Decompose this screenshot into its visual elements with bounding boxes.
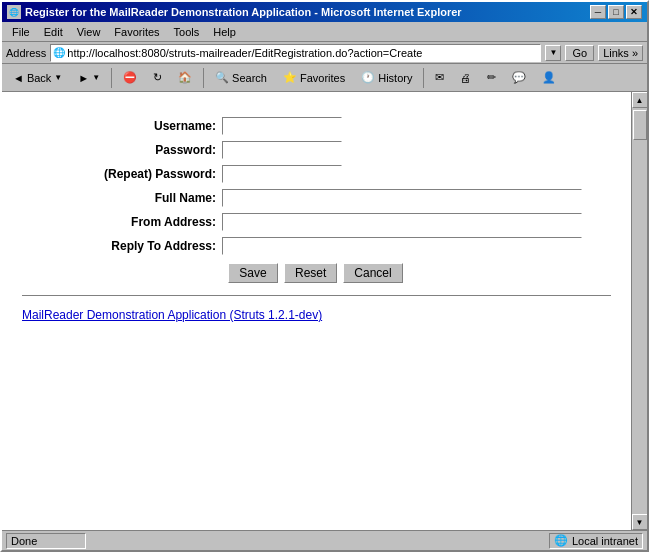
history-button[interactable]: 🕐 History [354,67,419,89]
from-address-input[interactable] [222,213,582,231]
content-area: Username: Password: (Repeat) Password: F… [2,92,647,530]
form-buttons: Save Reset Cancel [228,263,611,283]
search-icon: 🔍 [215,71,229,84]
scrollbar: ▲ ▼ [631,92,647,530]
menu-view[interactable]: View [71,24,107,40]
status-text: Done [6,533,86,549]
go-button[interactable]: Go [565,45,594,61]
toolbar-separator-1 [111,68,112,88]
address-dropdown[interactable]: ▼ [545,45,561,61]
maximize-button[interactable]: □ [608,5,624,19]
history-icon: 🕐 [361,71,375,84]
menu-edit[interactable]: Edit [38,24,69,40]
favorites-icon: ⭐ [283,71,297,84]
scroll-up-button[interactable]: ▲ [632,92,648,108]
menu-help[interactable]: Help [207,24,242,40]
links-button[interactable]: Links » [598,45,643,61]
page-icon: 🌐 [53,47,65,58]
fullname-label: Full Name: [82,191,222,205]
scroll-down-button[interactable]: ▼ [632,514,648,530]
toolbar-separator-2 [203,68,204,88]
from-address-row: From Address: [82,213,611,231]
main-content: Username: Password: (Repeat) Password: F… [2,92,631,530]
repeat-password-label: (Repeat) Password: [82,167,222,181]
window-icon: 🌐 [7,5,21,19]
minimize-button[interactable]: ─ [590,5,606,19]
forward-button[interactable]: ► ▼ [71,67,107,89]
reply-to-label: Reply To Address: [82,239,222,253]
stop-button[interactable]: ⛔ [116,67,144,89]
home-icon: 🏠 [178,71,192,84]
edit-button[interactable]: ✏ [480,67,503,89]
mail-button[interactable]: ✉ [428,67,451,89]
address-input-wrapper: 🌐 [50,44,541,62]
reset-button[interactable]: Reset [284,263,337,283]
repeat-password-row: (Repeat) Password: [82,165,611,183]
cancel-button[interactable]: Cancel [343,263,402,283]
forward-dropdown-icon: ▼ [92,73,100,82]
back-button[interactable]: ◄ Back ▼ [6,67,69,89]
username-label: Username: [82,119,222,133]
search-button[interactable]: 🔍 Search [208,67,274,89]
reply-to-row: Reply To Address: [82,237,611,255]
address-label: Address [6,47,46,59]
back-icon: ◄ [13,72,24,84]
zone-label: Local intranet [572,535,638,547]
status-bar: Done 🌐 Local intranet [2,530,647,550]
print-icon: 🖨 [460,72,471,84]
status-zone: 🌐 Local intranet [549,533,643,549]
scroll-thumb[interactable] [633,110,647,140]
fullname-row: Full Name: [82,189,611,207]
title-bar: 🌐 Register for the MailReader Demonstrat… [2,2,647,22]
toolbar-separator-3 [423,68,424,88]
address-input[interactable] [67,47,538,59]
close-button[interactable]: ✕ [626,5,642,19]
password-input[interactable] [222,141,342,159]
password-label: Password: [82,143,222,157]
menu-bar: File Edit View Favorites Tools Help [2,22,647,42]
username-input[interactable] [222,117,342,135]
refresh-icon: ↻ [153,71,162,84]
registration-form: Username: Password: (Repeat) Password: F… [82,117,611,283]
discuss-icon: 💬 [512,71,526,84]
messenger-icon: 👤 [542,71,556,84]
username-row: Username: [82,117,611,135]
password-row: Password: [82,141,611,159]
address-bar: Address 🌐 ▼ Go Links » [2,42,647,64]
save-button[interactable]: Save [228,263,278,283]
edit-icon: ✏ [487,71,496,84]
app-link[interactable]: MailReader Demonstration Application (St… [22,308,322,322]
forward-icon: ► [78,72,89,84]
from-address-label: From Address: [82,215,222,229]
title-bar-buttons: ─ □ ✕ [590,5,642,19]
menu-tools[interactable]: Tools [168,24,206,40]
mail-icon: ✉ [435,71,444,84]
home-button[interactable]: 🏠 [171,67,199,89]
fullname-input[interactable] [222,189,582,207]
repeat-password-input[interactable] [222,165,342,183]
messenger-button[interactable]: 👤 [535,67,563,89]
back-dropdown-icon: ▼ [54,73,62,82]
toolbar: ◄ Back ▼ ► ▼ ⛔ ↻ 🏠 🔍 Search ⭐ Favorites … [2,64,647,92]
zone-icon: 🌐 [554,534,568,547]
menu-file[interactable]: File [6,24,36,40]
stop-icon: ⛔ [123,71,137,84]
print-button[interactable]: 🖨 [453,67,478,89]
reply-to-input[interactable] [222,237,582,255]
window-title: Register for the MailReader Demonstratio… [25,6,462,18]
refresh-button[interactable]: ↻ [146,67,169,89]
discuss-button[interactable]: 💬 [505,67,533,89]
menu-favorites[interactable]: Favorites [108,24,165,40]
content-divider [22,295,611,296]
favorites-button[interactable]: ⭐ Favorites [276,67,352,89]
